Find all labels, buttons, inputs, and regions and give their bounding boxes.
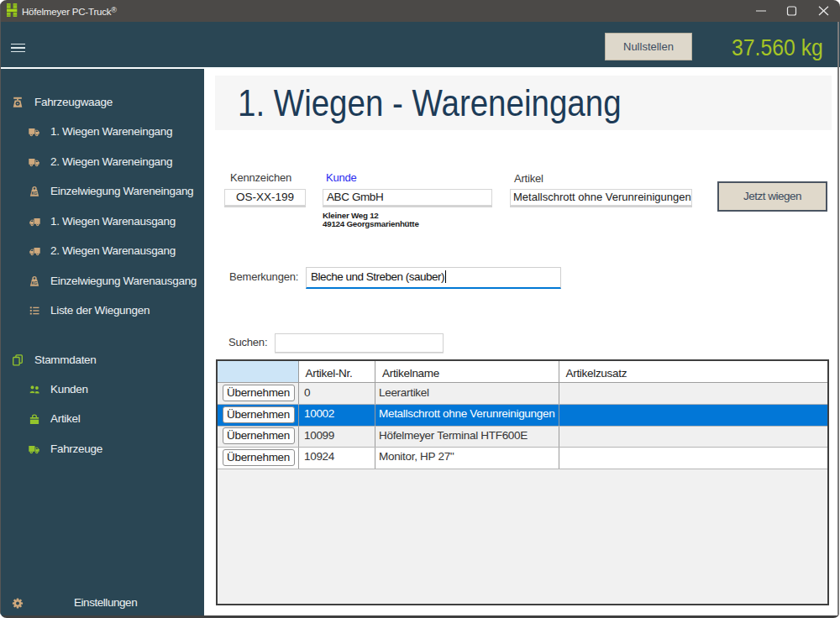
svg-text:KG: KG [32,281,38,285]
svg-text:KG: KG [32,191,38,196]
